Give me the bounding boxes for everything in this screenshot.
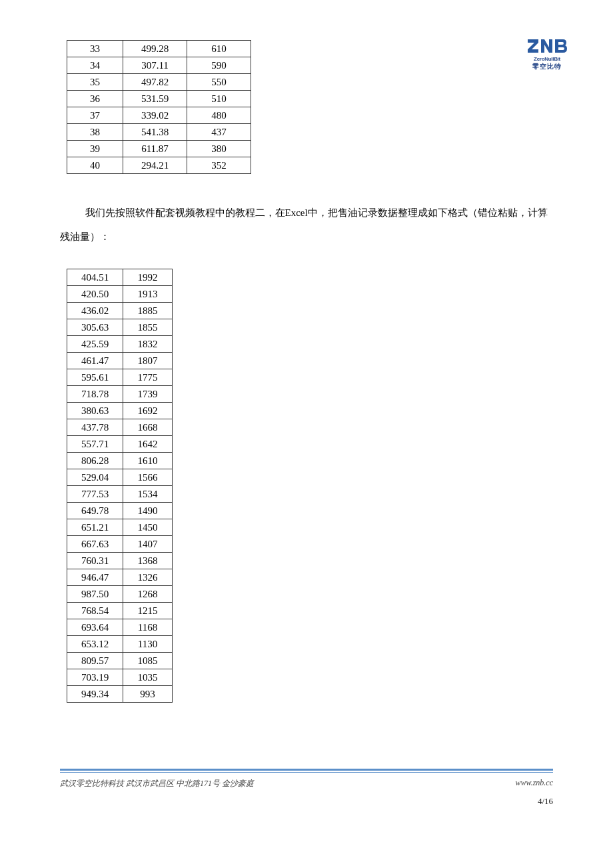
table-row: 693.641168: [67, 619, 173, 636]
table-cell: 480: [187, 107, 251, 124]
table-cell: 404.51: [67, 269, 123, 286]
table-cell: 35: [67, 74, 123, 91]
table-cell: 305.63: [67, 319, 123, 336]
company-logo: ZeroNullBit 零空比特: [526, 37, 568, 71]
table-row: 35497.82550: [67, 74, 251, 91]
table-cell: 595.61: [67, 369, 123, 386]
table-row: 777.531534: [67, 486, 173, 503]
table-cell: 352: [187, 157, 251, 174]
table-row: 38541.38437: [67, 124, 251, 141]
table-cell: 1490: [123, 503, 173, 519]
table-cell: 667.63: [67, 536, 123, 553]
logo-chinese-text: 零空比特: [526, 62, 568, 71]
table-cell: 307.11: [123, 57, 187, 74]
table-cell: 651.21: [67, 519, 123, 536]
table-cell: 1739: [123, 386, 173, 403]
table-cell: 1642: [123, 436, 173, 453]
table-row: 436.021885: [67, 303, 173, 319]
table-cell: 1534: [123, 486, 173, 503]
table-row: 437.781668: [67, 419, 173, 436]
table-cell: 510: [187, 91, 251, 107]
table-cell: 1168: [123, 619, 173, 636]
table-row: 809.571085: [67, 653, 173, 669]
table-cell: 703.19: [67, 669, 123, 686]
table-cell: 33: [67, 41, 123, 57]
table-cell: 1885: [123, 303, 173, 319]
table-cell: 1775: [123, 369, 173, 386]
table-cell: 1668: [123, 419, 173, 436]
table-cell: 1832: [123, 336, 173, 353]
table-row: 649.781490: [67, 503, 173, 519]
table-row: 760.311368: [67, 553, 173, 569]
table-cell: 806.28: [67, 453, 123, 469]
table-cell: 497.82: [123, 74, 187, 91]
table-cell: 809.57: [67, 653, 123, 669]
table-cell: 339.02: [123, 107, 187, 124]
logo-sub-text: ZeroNullBit: [526, 56, 568, 62]
table-cell: 1450: [123, 519, 173, 536]
table-cell: 1566: [123, 469, 173, 486]
footer-address: 武汉零空比特科技 武汉市武昌区 中北路171号 金沙豪庭: [60, 778, 254, 789]
table-cell: 611.87: [123, 141, 187, 157]
table-row: 806.281610: [67, 453, 173, 469]
table-cell: 693.64: [67, 619, 123, 636]
table-row: 37339.02480: [67, 107, 251, 124]
table-cell: 610: [187, 41, 251, 57]
table-cell: 36: [67, 91, 123, 107]
table-cell: 649.78: [67, 503, 123, 519]
table-cell: 437.78: [67, 419, 123, 436]
table-cell: 987.50: [67, 586, 123, 603]
table-cell: 1913: [123, 286, 173, 303]
table-cell: 437: [187, 124, 251, 141]
table-cell: 380.63: [67, 403, 123, 419]
table-cell: 37: [67, 107, 123, 124]
table-cell: 1215: [123, 603, 173, 619]
table-row: 667.631407: [67, 536, 173, 553]
table-cell: 946.47: [67, 569, 123, 586]
table-cell: 294.21: [123, 157, 187, 174]
table-cell: 1692: [123, 403, 173, 419]
table-cell: 461.47: [67, 353, 123, 369]
processed-data-table: 404.511992420.501913436.021885305.631855…: [67, 269, 173, 703]
znb-logo-icon: [526, 37, 568, 55]
footer-url: www.znb.cc: [516, 778, 553, 789]
table-cell: 531.59: [123, 91, 187, 107]
table-cell: 1326: [123, 569, 173, 586]
table-row: 34307.11590: [67, 57, 251, 74]
table-cell: 768.54: [67, 603, 123, 619]
table-cell: 1610: [123, 453, 173, 469]
table-cell: 380: [187, 141, 251, 157]
table-row: 380.631692: [67, 403, 173, 419]
table-row: 425.591832: [67, 336, 173, 353]
table-cell: 425.59: [67, 336, 123, 353]
table-cell: 1807: [123, 353, 173, 369]
page-number: 4/16: [60, 796, 553, 807]
table-cell: 436.02: [67, 303, 123, 319]
table-cell: 1085: [123, 653, 173, 669]
table-cell: 760.31: [67, 553, 123, 569]
table-row: 39611.87380: [67, 141, 251, 157]
table-cell: 550: [187, 74, 251, 91]
sales-record-table-top: 33499.2861034307.1159035497.8255036531.5…: [67, 40, 251, 174]
table-cell: 653.12: [67, 636, 123, 653]
table-cell: 1268: [123, 586, 173, 603]
table-cell: 1368: [123, 553, 173, 569]
table-row: 461.471807: [67, 353, 173, 369]
table-row: 949.34993: [67, 686, 173, 703]
table-cell: 1855: [123, 319, 173, 336]
table-cell: 420.50: [67, 286, 123, 303]
table-row: 33499.28610: [67, 41, 251, 57]
table-row: 529.041566: [67, 469, 173, 486]
table-row: 36531.59510: [67, 91, 251, 107]
table-row: 404.511992: [67, 269, 173, 286]
table-row: 420.501913: [67, 286, 173, 303]
table-cell: 499.28: [123, 41, 187, 57]
table-row: 651.211450: [67, 519, 173, 536]
table-row: 653.121130: [67, 636, 173, 653]
table-cell: 541.38: [123, 124, 187, 141]
table-cell: 1130: [123, 636, 173, 653]
table-cell: 590: [187, 57, 251, 74]
instruction-paragraph: 我们先按照软件配套视频教程中的教程二，在Excel中，把售油记录数据整理成如下格…: [60, 201, 553, 249]
table-cell: 1407: [123, 536, 173, 553]
table-cell: 529.04: [67, 469, 123, 486]
